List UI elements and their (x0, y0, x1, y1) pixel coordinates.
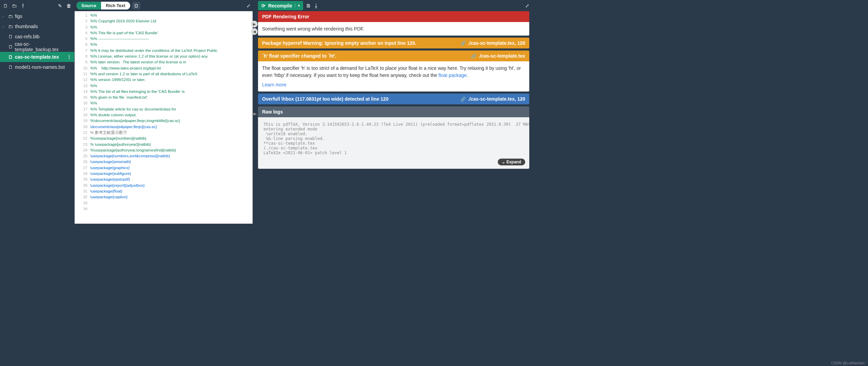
raw-logs: Raw logsThis is pdfTeX, Version 3.141592… (258, 106, 529, 169)
file-icon: 🗋 (8, 34, 13, 39)
tab-source[interactable]: Source (77, 2, 101, 9)
message-body: Something went wrong while rendering thi… (258, 22, 529, 36)
tree-item-cas-sc-template-backup-tex[interactable]: 🗋cas-sc-template_backup.tex (0, 42, 74, 52)
chevron-right-icon: › (3, 15, 6, 18)
refresh-icon: ⟳ (261, 3, 265, 8)
message-header[interactable]: Overfull \hbox (117.0831pt too wide) det… (258, 94, 529, 104)
edit-icon[interactable]: ✎ (57, 3, 63, 8)
raw-logs-body: This is pdfTeX, Version 3.141592653-2.6-… (258, 117, 529, 169)
editor-mode-tabs: Source Rich Text (77, 2, 130, 9)
tree-item-label: figs (15, 14, 22, 19)
collapse-left-icon[interactable]: ◀ (251, 28, 258, 35)
compile-message: `h' float specifier changed to `ht'.🔗./c… (258, 50, 529, 92)
panel-divider[interactable]: ▶ ◀ ◀ ▶ (253, 0, 256, 224)
folder-icon: 🗀 (8, 24, 13, 29)
message-title: PDF Rendering Error (262, 14, 309, 19)
chevron-down-icon: ⌄ (502, 160, 505, 164)
link-icon: 🔗 (471, 54, 476, 59)
recompile-button[interactable]: ⟳ Recompile ▾ (258, 1, 303, 10)
tree-item-label: cas-refs.bib (15, 34, 39, 39)
raw-logs-header[interactable]: Raw logs (258, 106, 529, 117)
help-link[interactable]: float package (438, 73, 467, 78)
message-header[interactable]: Package hyperref Warning: Ignoring empty… (258, 38, 529, 48)
upload-icon[interactable]: ⭱ (20, 3, 26, 8)
message-body: The float specifier 'h' is too strict of… (258, 61, 529, 92)
delete-icon[interactable]: 🗑 (66, 3, 72, 8)
tab-richtext[interactable]: Rich Text (101, 2, 130, 9)
code-editor[interactable]: 1234567891011121314151617181920212223242… (75, 11, 253, 224)
new-file-icon[interactable]: 🗋 (3, 3, 8, 8)
message-title: Package hyperref Warning: Ignoring empty… (262, 40, 416, 46)
compile-message: Package hyperref Warning: Ignoring empty… (258, 38, 529, 48)
tree-item-label: thumbnails (15, 24, 38, 29)
compile-message: PDF Rendering ErrorSomething went wrong … (258, 11, 529, 36)
learn-more-link[interactable]: Learn more (262, 82, 287, 87)
tree-item-cas-refs-bib[interactable]: 🗋cas-refs.bib (0, 32, 74, 42)
tree-item-label: cas-sc-template.tex (15, 54, 59, 60)
tree-item-label: cas-sc-template_backup.tex (15, 41, 72, 52)
link-icon: 🔗 (460, 41, 466, 46)
expand-output-icon[interactable]: ⤢ (525, 3, 529, 8)
line-gutter: 1234567891011121314151617181920212223242… (75, 11, 90, 224)
tree-item-model1-num-names-bst[interactable]: 🗋model1-num-names.bst (0, 62, 74, 72)
compile-messages: PDF Rendering ErrorSomething went wrong … (256, 11, 531, 171)
chevron-right-icon: › (3, 25, 6, 28)
message-header[interactable]: `h' float specifier changed to `ht'.🔗./c… (258, 50, 529, 61)
code-content[interactable]: %%%% Copyright 2019-2020 Elsevier Ltd%%%… (90, 11, 253, 224)
message-header[interactable]: PDF Rendering Error (258, 11, 529, 22)
file-sidebar: 🗋 🗀 ⭱ ✎ 🗑 ›🗀figs›🗀thumbnails🗋cas-refs.bi… (0, 0, 74, 224)
recompile-label: Recompile (268, 3, 292, 8)
output-panel: ⟳ Recompile ▾ 🗎 ⭳ ⤢ PDF Rendering ErrorS… (256, 0, 531, 224)
file-icon: 🗋 (8, 54, 13, 60)
link-icon: 🔗 (460, 97, 466, 102)
output-toolbar: ⟳ Recompile ▾ 🗎 ⭳ ⤢ (256, 0, 531, 11)
editor-panel: Source Rich Text Ω ⤢ 1234567891011121314… (74, 0, 253, 224)
folder-icon: 🗀 (8, 14, 13, 19)
message-location[interactable]: 🔗./cas-sc-template.tex (471, 53, 525, 59)
tree-item-figs[interactable]: ›🗀figs (0, 11, 74, 21)
message-title: Overfull \hbox (117.0831pt too wide) det… (262, 96, 389, 102)
new-folder-icon[interactable]: 🗀 (12, 3, 17, 8)
expand-logs-button[interactable]: ⌄ Expand (498, 159, 525, 165)
editor-toolbar: Source Rich Text Ω ⤢ (75, 0, 253, 11)
tree-item-thumbnails[interactable]: ›🗀thumbnails (0, 21, 74, 32)
message-title: `h' float specifier changed to `ht'. (262, 53, 336, 59)
collapse-right-icon[interactable]: ▶ (251, 21, 258, 27)
message-location[interactable]: 🔗./cas-sc-template.tex, 120 (460, 96, 525, 102)
download-icon[interactable]: ⭳ (314, 3, 319, 8)
compile-message: Overfull \hbox (117.0831pt too wide) det… (258, 94, 529, 104)
item-menu-icon[interactable]: ⋮ (67, 54, 72, 60)
chevron-left-icon[interactable]: ◀ (252, 112, 254, 116)
recompile-dropdown-icon[interactable]: ▾ (295, 4, 300, 7)
file-tree: ›🗀figs›🗀thumbnails🗋cas-refs.bib🗋cas-sc-t… (0, 11, 74, 224)
chevron-right-icon[interactable]: ▶ (254, 112, 257, 116)
sidebar-toolbar: 🗋 🗀 ⭱ ✎ 🗑 (0, 0, 74, 11)
file-icon: 🗋 (8, 44, 13, 49)
logs-icon[interactable]: 🗎 (306, 3, 311, 8)
symbols-button[interactable]: Ω (132, 2, 140, 9)
tree-item-label: model1-num-names.bst (15, 64, 65, 70)
message-location[interactable]: 🔗./cas-sc-template.tex, 120 (460, 40, 525, 46)
file-icon: 🗋 (8, 64, 13, 70)
tree-item-cas-sc-template-tex[interactable]: 🗋cas-sc-template.tex⋮ (0, 52, 74, 62)
expand-editor-icon[interactable]: ⤢ (246, 3, 251, 8)
